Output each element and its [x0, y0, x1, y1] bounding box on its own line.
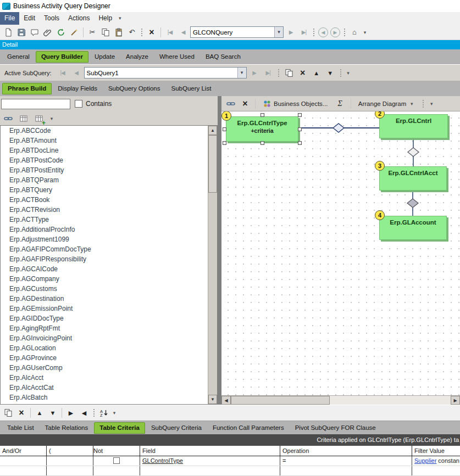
toolbar-more-icon[interactable]: ▾ [362, 26, 368, 38]
tab-update[interactable]: Update [90, 51, 120, 63]
filter-value-link[interactable]: Supplier [414, 457, 436, 464]
query-name-dropdown-icon[interactable]: ▾ [274, 27, 283, 37]
new-icon[interactable] [2, 26, 14, 38]
column-header-paren[interactable]: ( [47, 446, 93, 456]
table-list-item[interactable]: Erp.AGEmissionPoint [1, 304, 208, 313]
hscroll-track[interactable] [231, 396, 451, 405]
diagram-node-glcntrltype[interactable]: 1 Erp.GLCntrlType +criteria [226, 116, 298, 142]
cell-paren[interactable] [47, 456, 93, 466]
criteria-row[interactable]: GLControlType = Supplierconstan [0, 456, 460, 466]
comment-icon[interactable] [29, 26, 41, 38]
selection-handle[interactable] [298, 141, 302, 145]
scrollbar-thumb[interactable] [208, 135, 217, 193]
tab-function-call-parameters[interactable]: Function Call Parameters [208, 422, 289, 434]
subquery-input[interactable] [85, 68, 237, 77]
tab-general[interactable]: General [2, 51, 35, 63]
table-list-item[interactable]: Erp.AGProvince [1, 353, 208, 363]
selection-handle[interactable] [261, 113, 264, 117]
diagram-more-icon[interactable]: ▾ [428, 98, 435, 110]
cell-operation[interactable] [280, 466, 412, 475]
copy-row-icon[interactable] [2, 407, 14, 419]
paste-icon[interactable] [113, 26, 125, 38]
scroll-up-icon[interactable]: ▲ [208, 126, 217, 135]
selection-handle[interactable] [223, 141, 226, 145]
tab-subquery-criteria[interactable]: SubQuery Criteria [146, 422, 207, 434]
table-list-item[interactable]: Erp.AGCompany [1, 274, 208, 284]
cell-paren[interactable] [47, 466, 93, 475]
nav-first-icon[interactable]: |◀ [164, 26, 176, 38]
table-list-item[interactable]: Erp.AGCAICode [1, 264, 208, 274]
copy-icon[interactable] [99, 26, 112, 38]
subquery-next-icon[interactable]: ▶ [248, 67, 261, 79]
refresh-icon[interactable] [55, 26, 67, 38]
table-list-item[interactable]: Erp.AGIDDocType [1, 313, 208, 323]
table-icon[interactable] [18, 113, 30, 125]
menu-file[interactable]: File [0, 12, 19, 25]
add-table-icon[interactable]: + [33, 113, 45, 125]
cell-filter-value[interactable] [412, 466, 460, 475]
cell-field[interactable]: GLControlType [140, 456, 280, 466]
save-icon[interactable] [15, 26, 27, 38]
table-list-item[interactable]: Erp.AGUserComp [1, 363, 208, 373]
home-icon[interactable]: ⌂ [348, 26, 361, 38]
table-list-item[interactable]: Erp.ABCCode [1, 126, 208, 136]
cell-not[interactable] [93, 456, 140, 466]
table-list-item[interactable]: Erp.AlcAcctCat [1, 383, 208, 393]
tab-table-criteria[interactable]: Table Criteria [94, 422, 145, 434]
clear-icon[interactable] [68, 26, 80, 38]
tab-baq-search[interactable]: BAQ Search [201, 51, 246, 63]
copy-subquery-icon[interactable] [283, 67, 295, 79]
delete-subquery-icon[interactable]: × [297, 67, 309, 79]
menu-tools[interactable]: Tools [40, 12, 64, 25]
column-header-andor[interactable]: And/Or [0, 446, 47, 456]
table-list-item[interactable]: Erp.AGLocation [1, 343, 208, 353]
cell-andor[interactable] [0, 466, 47, 475]
table-list-item[interactable]: Erp.ABTQuery [1, 185, 208, 195]
menu-overflow-icon[interactable]: ▾ [117, 12, 124, 25]
table-list-item[interactable]: Erp.AdditionalProcInfo [1, 225, 208, 234]
attachment-icon[interactable] [42, 26, 54, 38]
tab-subquery-list[interactable]: SubQuery List [167, 83, 217, 94]
menu-edit[interactable]: Edit [19, 12, 40, 25]
table-list-item[interactable]: Erp.AgingRptFmt [1, 323, 208, 333]
table-list-item[interactable]: Erp.ABTQParam [1, 175, 208, 185]
column-header-field[interactable]: Field [140, 446, 280, 456]
table-list-item[interactable]: Erp.AlcAcct [1, 373, 208, 383]
table-search-input[interactable] [1, 99, 70, 109]
table-list-item[interactable]: Erp.AGAFIPCommDocType [1, 244, 208, 254]
arrange-diagram-dropdown[interactable]: Arrange Diagram ▾ [355, 98, 419, 110]
move-up-icon[interactable]: ▲ [311, 67, 323, 79]
cell-field[interactable] [140, 466, 280, 475]
nav-last-icon[interactable]: ▶| [298, 26, 310, 38]
business-objects-button[interactable]: Business Objects... [259, 98, 331, 110]
undo-icon[interactable]: ↶ [126, 26, 138, 38]
link-table-icon[interactable] [2, 113, 14, 125]
table-list-scrollbar[interactable]: ▲ ▼ [208, 126, 217, 404]
table-list-item[interactable]: Erp.AGAFIPResponsibility [1, 254, 208, 264]
scroll-right-icon[interactable]: ▶ [451, 396, 460, 405]
criteria-row-empty[interactable] [0, 466, 460, 476]
tab-query-builder[interactable]: Query Builder [36, 51, 88, 63]
tab-analyze[interactable]: Analyze [121, 51, 153, 63]
subquery-combobox[interactable]: ▾ [84, 67, 247, 79]
scroll-left-icon[interactable]: ◀ [221, 396, 231, 405]
menu-actions[interactable]: Actions [64, 12, 94, 25]
table-list-item[interactable]: Erp.ABTDocLine [1, 145, 208, 155]
table-list-item[interactable]: Erp.AGDestination [1, 294, 208, 304]
row-down-icon[interactable]: ▼ [47, 407, 59, 419]
cell-not[interactable] [93, 466, 140, 475]
add-relation-icon[interactable] [225, 98, 237, 110]
nav-prev-icon[interactable]: ◀ [177, 26, 189, 38]
cell-operation[interactable]: = [280, 456, 412, 466]
cell-filter-value[interactable]: Supplierconstan [412, 456, 460, 466]
outdent-icon[interactable]: ◀ [78, 407, 90, 419]
sort-icon[interactable] [98, 407, 110, 419]
subquery-dropdown-icon[interactable]: ▾ [237, 68, 246, 78]
table-list-item[interactable]: Erp.ABTPostEntity [1, 165, 208, 175]
diagram-node-glcntrl[interactable]: 2 Erp.GLCntrl [379, 114, 448, 138]
subquery-last-icon[interactable]: ▶| [262, 67, 274, 79]
hscroll-thumb[interactable] [231, 396, 330, 405]
contains-checkbox[interactable] [75, 100, 82, 108]
query-name-combobox[interactable]: ▾ [190, 26, 284, 38]
selection-handle[interactable] [298, 127, 302, 131]
